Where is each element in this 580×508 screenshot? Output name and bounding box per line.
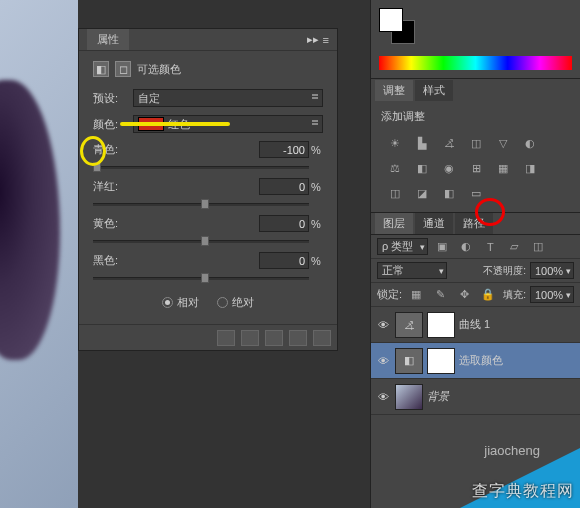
lock-all-icon[interactable]: 🔒 xyxy=(478,286,498,304)
cyan-label: 青色: xyxy=(93,142,259,157)
posterize-icon[interactable]: ◫ xyxy=(385,184,405,202)
black-slider[interactable] xyxy=(93,271,309,285)
photo-filter-icon[interactable]: ◉ xyxy=(439,159,459,177)
annotation-circle-yellow xyxy=(80,136,106,166)
brightness-icon[interactable]: ☀ xyxy=(385,134,405,152)
layer-name[interactable]: 背景 xyxy=(427,389,449,404)
layers-panel: 图层 通道 路径 ρ 类型 ▣ ◐ T ▱ ◫ 正常 不透明度: 100% 锁定… xyxy=(371,213,580,415)
collapse-icon[interactable]: ▸▸ xyxy=(307,33,319,46)
foreground-color[interactable] xyxy=(379,8,403,32)
toggle-icon[interactable] xyxy=(289,330,307,346)
layer-selective-color[interactable]: 👁 ◧ 选取颜色 xyxy=(371,343,580,379)
tab-channels[interactable]: 通道 xyxy=(415,213,453,234)
mixer-icon[interactable]: ⊞ xyxy=(466,159,486,177)
fg-bg-swatches[interactable] xyxy=(379,8,415,44)
delete-icon[interactable] xyxy=(313,330,331,346)
view-prev-icon[interactable] xyxy=(241,330,259,346)
annotation-circle-red xyxy=(475,198,505,226)
fill-input[interactable]: 100% xyxy=(530,286,574,303)
preset-dropdown[interactable]: 自定 xyxy=(133,89,323,107)
curves-thumb: ⦨ xyxy=(395,312,423,338)
visibility-icon[interactable]: 👁 xyxy=(375,319,391,331)
layer-background[interactable]: 👁 背景 xyxy=(371,379,580,415)
visibility-icon[interactable]: 👁 xyxy=(375,391,391,403)
visibility-icon[interactable]: 👁 xyxy=(375,355,391,367)
levels-icon[interactable]: ▙ xyxy=(412,134,432,152)
cyan-slider[interactable] xyxy=(93,160,309,174)
fill-label: 填充: xyxy=(503,288,526,302)
layer-curves[interactable]: 👁 ⦨ 曲线 1 xyxy=(371,307,580,343)
filter-text-icon[interactable]: T xyxy=(480,238,500,256)
reset-icon[interactable] xyxy=(265,330,283,346)
lock-transparent-icon[interactable]: ▦ xyxy=(406,286,426,304)
adjustments-panel: 调整 样式 添加调整 ☀ ▙ ⦨ ◫ ▽ ◐ ⚖ ◧ ◉ ⊞ ▦ ◨ ◫ ◪ ◧… xyxy=(371,79,580,213)
bg-thumb xyxy=(395,384,423,410)
lock-label: 锁定: xyxy=(377,287,402,302)
title-text: 可选颜色 xyxy=(137,62,181,77)
layer-mask[interactable] xyxy=(427,312,455,338)
properties-tab[interactable]: 属性 xyxy=(87,29,129,50)
cyan-input[interactable] xyxy=(259,141,309,158)
absolute-radio[interactable]: 绝对 xyxy=(217,295,254,310)
adjustments-title: 添加调整 xyxy=(381,109,570,124)
watermark-url: jiaocheng xyxy=(484,443,540,458)
right-dock: 调整 样式 添加调整 ☀ ▙ ⦨ ◫ ▽ ◐ ⚖ ◧ ◉ ⊞ ▦ ◨ ◫ ◪ ◧… xyxy=(370,0,580,508)
lookup-icon[interactable]: ▦ xyxy=(493,159,513,177)
relative-radio[interactable]: 相对 xyxy=(162,295,199,310)
magenta-slider[interactable] xyxy=(93,197,309,211)
curves-icon[interactable]: ⦨ xyxy=(439,134,459,152)
layer-name[interactable]: 曲线 1 xyxy=(459,317,490,332)
magenta-label: 洋红: xyxy=(93,179,259,194)
color-spectrum[interactable] xyxy=(379,56,572,70)
balance-icon[interactable]: ⚖ xyxy=(385,159,405,177)
annotation-underline xyxy=(120,122,230,126)
layer-filter-dropdown[interactable]: ρ 类型 xyxy=(377,238,428,255)
lock-position-icon[interactable]: ✥ xyxy=(454,286,474,304)
opacity-label: 不透明度: xyxy=(483,264,526,278)
black-input[interactable] xyxy=(259,252,309,269)
vibrance-icon[interactable]: ▽ xyxy=(493,134,513,152)
exposure-icon[interactable]: ◫ xyxy=(466,134,486,152)
yellow-slider[interactable] xyxy=(93,234,309,248)
filter-pixel-icon[interactable]: ▣ xyxy=(432,238,452,256)
panel-menu: ▸▸ ≡ xyxy=(307,33,329,46)
blend-mode-dropdown[interactable]: 正常 xyxy=(377,262,447,279)
filter-smart-icon[interactable]: ◫ xyxy=(528,238,548,256)
selcolor-thumb: ◧ xyxy=(395,348,423,374)
threshold-icon[interactable]: ◪ xyxy=(412,184,432,202)
menu-icon[interactable]: ≡ xyxy=(323,34,329,46)
invert-icon[interactable]: ◨ xyxy=(520,159,540,177)
black-label: 黑色: xyxy=(93,253,259,268)
selective-color-adj-icon[interactable]: ◧ xyxy=(439,184,459,202)
mask-icon: ◻ xyxy=(115,61,131,77)
opacity-input[interactable]: 100% xyxy=(530,262,574,279)
watermark-text: 查字典教程网 xyxy=(472,481,574,502)
tab-adjustments[interactable]: 调整 xyxy=(375,80,413,101)
panel-footer xyxy=(79,324,337,350)
clip-icon[interactable] xyxy=(217,330,235,346)
lock-pixels-icon[interactable]: ✎ xyxy=(430,286,450,304)
adjustment-title: ◧ ◻ 可选颜色 xyxy=(93,61,323,77)
panel-header: 属性 ▸▸ ≡ xyxy=(79,29,337,51)
layer-mask[interactable] xyxy=(427,348,455,374)
tab-styles[interactable]: 样式 xyxy=(415,80,453,101)
selective-color-icon: ◧ xyxy=(93,61,109,77)
preset-label: 预设: xyxy=(93,91,127,106)
filter-adj-icon[interactable]: ◐ xyxy=(456,238,476,256)
hue-icon[interactable]: ◐ xyxy=(520,134,540,152)
filter-shape-icon[interactable]: ▱ xyxy=(504,238,524,256)
yellow-label: 黄色: xyxy=(93,216,259,231)
magenta-input[interactable] xyxy=(259,178,309,195)
canvas-preview[interactable] xyxy=(0,0,78,508)
color-panel xyxy=(371,0,580,79)
yellow-input[interactable] xyxy=(259,215,309,232)
bw-icon[interactable]: ◧ xyxy=(412,159,432,177)
layer-name[interactable]: 选取颜色 xyxy=(459,353,503,368)
properties-panel: 属性 ▸▸ ≡ ◧ ◻ 可选颜色 预设: 自定 颜色: 红色 青色: % xyxy=(78,28,338,351)
tab-layers[interactable]: 图层 xyxy=(375,213,413,234)
